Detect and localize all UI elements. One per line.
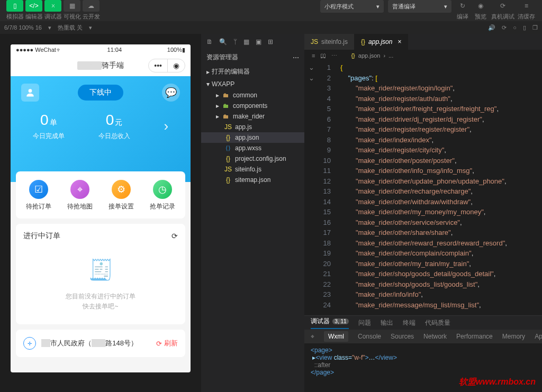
stat-orders[interactable]: 0单 今日完成单 [33, 112, 65, 141]
target-icon[interactable]: ◉ [167, 59, 185, 72]
clipboard-icon: ☑ [29, 180, 48, 199]
json-icon: {} [224, 155, 232, 162]
tab-debugger[interactable]: 调试器 3, 11 [311, 317, 349, 329]
compile-dropdown[interactable]: 普通编译▾ [388, 0, 451, 13]
list-icon[interactable]: ≡ [312, 52, 315, 59]
open-editors-section[interactable]: ▸打开的编辑器 [201, 65, 304, 78]
ext-icon[interactable]: ⊞ [268, 38, 273, 45]
chevron-right-icon: ▸ [216, 113, 219, 120]
editor-button[interactable]: </> [25, 0, 42, 12]
avatar[interactable] [21, 84, 39, 102]
breadcrumb: ≡🕮⋯ {} app.json › ... [304, 50, 542, 61]
tab-output[interactable]: 输出 [381, 318, 393, 327]
visualize-label: 可视化 [64, 13, 81, 21]
simulator-label: 模拟器 [6, 13, 24, 21]
tile-order-settings[interactable]: ⚙接单设置 [101, 180, 142, 211]
clock-icon: ◷ [153, 180, 172, 199]
clear-cache-icon[interactable]: ≡ [519, 0, 534, 12]
status-button[interactable]: 下线中 [78, 85, 123, 101]
js-icon: JS [224, 166, 232, 173]
close-icon[interactable]: × [398, 38, 401, 45]
device-info[interactable]: 6/7/8 100% 16 [4, 24, 42, 31]
code-editor[interactable]: ⌄⌄ 1234567891011121314151617181920212223… [304, 61, 542, 315]
files-icon[interactable]: 🗎 [206, 38, 213, 45]
search-icon[interactable]: 🔍 [219, 38, 227, 45]
refresh-icon: ⟳ [156, 340, 162, 348]
window-icon[interactable]: ❐ [532, 24, 538, 31]
subtab-sources[interactable]: Sources [391, 333, 414, 340]
folder-components[interactable]: ▸🖿components [201, 101, 304, 111]
subtab-wxml[interactable]: Wxml [324, 331, 348, 342]
folder-make-rider[interactable]: ▸🖿make_rider [201, 111, 304, 122]
tab-code-quality[interactable]: 代码质量 [425, 318, 450, 327]
watermark: 软盟www.rmbox.cn [459, 377, 536, 388]
more-icon[interactable]: ⋯ [293, 54, 299, 61]
explorer-icon-bar: 🗎 🔍 ᛘ ▦ ▣ ⊞ [201, 34, 304, 50]
file-project-config[interactable]: {}project.config.json [201, 153, 304, 164]
subtab-memory[interactable]: Memory [502, 333, 525, 340]
real-device-icon[interactable]: ⟳ [495, 0, 510, 12]
mode-dropdown[interactable]: 小程序模式▾ [320, 0, 384, 13]
tab-app-json[interactable]: {}app.json× [355, 34, 408, 50]
folder-common[interactable]: ▸🖿common [201, 90, 304, 101]
chat-icon[interactable]: 💬 [162, 84, 180, 102]
subtab-performance[interactable]: Performance [456, 333, 493, 340]
status-battery: 100% [167, 47, 182, 53]
location-icon: ⌖ [70, 180, 89, 199]
bookmark-icon[interactable]: 🕮 [320, 52, 326, 59]
chevron-down-icon: ▾ [444, 3, 447, 10]
file-app-wxss[interactable]: ⟨⟩app.wxss [201, 143, 304, 153]
file-app-json[interactable]: {}app.json [201, 132, 304, 143]
cloud-button[interactable]: ☁ [83, 0, 100, 12]
file-app-js[interactable]: JSapp.js [201, 122, 304, 132]
inspect-icon[interactable]: ⌖ [311, 333, 314, 340]
tile-pending-orders[interactable]: ☑待抢订单 [18, 180, 59, 211]
editor-label: 编辑器 [25, 13, 43, 21]
json-icon: {} [224, 134, 232, 141]
layout-icon[interactable]: ▣ [256, 38, 261, 45]
compile-icon[interactable]: ↻ [455, 0, 470, 12]
preview-icon[interactable]: ◉ [473, 0, 488, 12]
visualize-button[interactable]: ▦ [64, 0, 80, 12]
chevron-down-icon: ▾ [89, 24, 92, 31]
editor-tabs: JSsiteinfo.js {}app.json× [304, 34, 542, 50]
debugger-button[interactable]: ྾ [44, 0, 61, 12]
subtab-appdata[interactable]: AppD [535, 333, 542, 340]
file-siteinfo[interactable]: JSsiteinfo.js [201, 164, 304, 175]
hot-reload[interactable]: 热重载 关 [58, 24, 83, 32]
tab-problems[interactable]: 问题 [358, 318, 371, 327]
simulator-button[interactable]: ▯ [6, 0, 23, 12]
more-icon[interactable]: ⋯ [331, 52, 337, 59]
tile-pending-map[interactable]: ⌖待抢地图 [59, 180, 101, 211]
stat-income[interactable]: 0元 今日总收入 [98, 112, 130, 141]
js-icon: JS [311, 38, 318, 45]
volume-icon[interactable]: 🔊 [488, 24, 495, 31]
device-icon[interactable]: ▯ [523, 24, 526, 31]
battery-icon: ▮ [182, 47, 185, 53]
chevron-right-icon: ▸ [216, 102, 219, 110]
subtab-console[interactable]: Console [358, 333, 381, 340]
subtab-network[interactable]: Network [423, 333, 447, 340]
hero-section: 下线中 💬 0单 今日完成单 0元 今日总收入 › [11, 76, 191, 182]
json-icon: {} [224, 176, 232, 184]
tab-terminal[interactable]: 终端 [403, 318, 415, 327]
wifi-icon: ᯤ [56, 47, 62, 53]
refresh-icon[interactable]: ⟳ [171, 232, 178, 240]
home-icon[interactable]: ○ [513, 24, 517, 31]
gear-icon: ⚙ [112, 180, 131, 199]
explorer-panel: 🗎 🔍 ᛘ ▦ ▣ ⊞ 资源管理器⋯ ▸打开的编辑器 ▾WXAPP ▸🖿comm… [201, 34, 304, 392]
refresh-button[interactable]: ⟳刷新 [156, 339, 178, 348]
tiles-row: ☑待抢订单 ⌖待抢地图 ⚙接单设置 ◷抢单记录 [16, 171, 185, 218]
workspace-section[interactable]: ▾WXAPP [201, 78, 304, 90]
refresh-icon[interactable]: ⟳ [502, 24, 507, 31]
tab-siteinfo[interactable]: JSsiteinfo.js [304, 34, 355, 50]
capsule-button[interactable]: •••◉ [148, 59, 185, 72]
chevron-right-icon[interactable]: › [164, 118, 168, 134]
tile-grab-record[interactable]: ◷抢单记录 [142, 180, 183, 211]
chevron-right-icon: ▸ [216, 92, 219, 99]
main-layout: ●●●●● WeChatᯤ 11:04 100%▮ XX骑手端 •••◉ 下线中… [0, 34, 542, 392]
more-icon[interactable]: ••• [149, 59, 167, 72]
file-sitemap[interactable]: {}sitemap.json [201, 175, 304, 185]
branch-icon[interactable]: ᛘ [233, 38, 237, 45]
boxes-icon[interactable]: ▦ [243, 38, 249, 45]
